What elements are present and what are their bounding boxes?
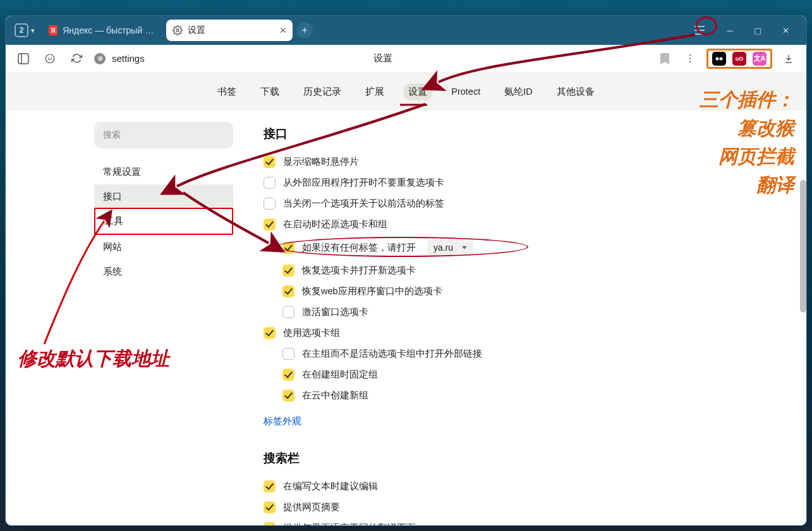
checkbox[interactable] — [282, 306, 294, 318]
link-tab-appearance[interactable]: 标签外观 — [264, 415, 301, 427]
settings-sidebar: 搜索 常规设置 接口 工具 网站 系统 — [94, 122, 233, 525]
chevron-down-icon: ▾ — [31, 27, 35, 35]
opt-create-in-cloud[interactable]: 在云中创建新组 — [282, 390, 781, 402]
checkbox[interactable] — [264, 480, 276, 492]
sidebar-item-tools[interactable]: 工具 — [94, 208, 233, 235]
close-window-button[interactable]: ✕ — [772, 21, 799, 40]
nav-downloads[interactable]: 下载 — [255, 83, 284, 100]
settings-topnav: 书签 下载 历史记录 扩展 设置 Protect 氨纶ID 其他设备 — [6, 73, 806, 110]
site-icon: ⊕ — [94, 53, 106, 64]
opt-close-switch-prev[interactable]: 当关闭一个选项开关于以前活动的标签 — [264, 198, 781, 210]
nav-extensions[interactable]: 扩展 — [360, 83, 389, 100]
checkbox[interactable] — [282, 265, 294, 277]
svg-point-6 — [45, 54, 54, 63]
opt-pin-on-create[interactable]: 在创建组时固定组 — [282, 369, 781, 381]
window-controls: ─ ▢ ✕ — [717, 21, 799, 40]
tab-label: 设置 — [188, 25, 205, 36]
page-title: 设置 — [118, 52, 647, 64]
nav-settings[interactable]: 设置 — [403, 83, 432, 100]
sidebar-toggle-button[interactable] — [15, 50, 32, 68]
scrollbar[interactable] — [800, 148, 806, 525]
sidebar-item-interface[interactable]: 接口 — [94, 184, 233, 209]
checkbox[interactable] — [264, 156, 276, 168]
new-tab-button[interactable]: + — [296, 22, 313, 39]
maximize-button[interactable]: ▢ — [744, 21, 771, 40]
checkbox[interactable] — [264, 218, 276, 230]
menu-button[interactable] — [686, 21, 713, 40]
tab-settings[interactable]: 设置 × — [166, 20, 293, 41]
ext-tampermonkey-icon[interactable] — [712, 52, 726, 66]
nav-history[interactable]: 历史记录 — [298, 83, 346, 100]
checkbox[interactable] — [282, 285, 294, 297]
nav-other-devices[interactable]: 其他设备 — [552, 83, 600, 100]
bookmark-icon[interactable] — [656, 50, 674, 68]
opt-page-summary[interactable]: 提供网页摘要 — [264, 501, 781, 513]
tab-count-badge: 2 — [15, 23, 28, 37]
default-page-select[interactable]: ya.ru — [427, 239, 473, 256]
sidebar-search[interactable]: 搜索 — [94, 122, 233, 148]
sidebar-item-websites[interactable]: 网站 — [94, 235, 233, 260]
opt-translate-diff-lang[interactable]: 提供与界面语言不同的翻译页面 — [264, 522, 781, 525]
opt-activate-window-tab[interactable]: 激活窗口选项卡 — [282, 306, 781, 318]
opt-restore-webapp[interactable]: 恢复web应用程序窗口中的选项卡 — [282, 285, 781, 297]
home-button[interactable] — [41, 50, 59, 68]
svg-point-8 — [720, 57, 723, 60]
minimize-button[interactable]: ─ — [717, 21, 743, 40]
gear-icon — [173, 25, 183, 35]
tab-label: Яндекс — быстрый поиск — [63, 25, 156, 35]
address-bar[interactable]: ⊕ 设置 — [94, 52, 647, 64]
svg-point-7 — [716, 57, 719, 60]
opt-suggest-edit[interactable]: 在编写文本时建议编辑 — [264, 480, 781, 492]
checkbox[interactable] — [264, 327, 276, 339]
checkbox[interactable] — [264, 177, 276, 189]
toolbar: ⊕ 设置 ⋮ uO 文A — [6, 45, 806, 73]
nav-bookmarks[interactable]: 书签 — [212, 83, 241, 100]
content: 书签 下载 历史记录 扩展 设置 Protect 氨纶ID 其他设备 搜索 常规… — [6, 73, 806, 525]
opt-open-ext-in-main[interactable]: 在主组而不是活动选项卡组中打开外部链接 — [282, 348, 781, 360]
opt-if-no-tabs[interactable]: 如果没有任何标签，请打开 ya.ru — [282, 239, 781, 256]
sidebar-item-general[interactable]: 常规设置 — [94, 160, 233, 184]
checkbox[interactable] — [264, 522, 276, 525]
browser-window: 2 ▾ Я Яндекс — быстрый поиск 设置 × + ─ ▢ … — [5, 15, 807, 526]
more-button[interactable]: ⋮ — [681, 50, 699, 68]
annotation-download-path: 修改默认下载地址 — [18, 346, 169, 372]
tab-yandex[interactable]: Я Яндекс — быстрый поиск — [42, 20, 162, 41]
ext-translate-icon[interactable]: 文A — [753, 52, 767, 66]
opt-restore-groups[interactable]: 在启动时还原选项卡和组 — [264, 218, 781, 230]
checkbox[interactable] — [264, 501, 276, 513]
close-icon[interactable]: × — [279, 25, 286, 36]
opt-use-tab-groups[interactable]: 使用选项卡组 — [264, 327, 781, 339]
downloads-button[interactable] — [780, 50, 797, 68]
svg-point-0 — [176, 29, 179, 32]
checkbox[interactable] — [282, 348, 294, 360]
titlebar: 2 ▾ Я Яндекс — быстрый поиск 设置 × + ─ ▢ … — [6, 16, 806, 45]
checkbox[interactable] — [282, 369, 294, 381]
ext-ublock-icon[interactable]: uO — [732, 52, 746, 66]
nav-id[interactable]: 氨纶ID — [499, 83, 538, 100]
checkbox[interactable] — [282, 390, 294, 402]
sidebar-item-system[interactable]: 系统 — [94, 260, 233, 284]
checkbox[interactable] — [282, 242, 294, 254]
tab-counter[interactable]: 2 ▾ — [11, 21, 39, 40]
section-searchbar: 搜索栏 — [264, 450, 781, 467]
svg-rect-4 — [18, 54, 28, 64]
yandex-favicon: Я — [49, 25, 58, 35]
checkbox[interactable] — [264, 198, 276, 210]
extensions-highlight: uO 文A — [706, 49, 772, 69]
reload-button[interactable] — [68, 50, 85, 68]
annotation-plugins: 三个插件： 篡改猴 网页拦截 翻译 — [700, 85, 794, 199]
opt-restore-open-new[interactable]: 恢复选项卡并打开新选项卡 — [282, 265, 781, 277]
nav-protect[interactable]: Protect — [446, 84, 485, 99]
